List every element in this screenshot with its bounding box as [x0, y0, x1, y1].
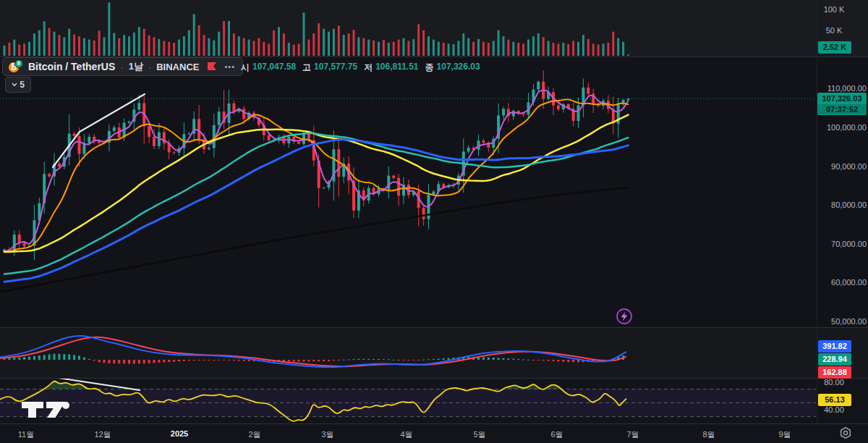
indicators-count: 5 [20, 80, 25, 90]
price-axis-label: 80,000.00 [816, 201, 868, 210]
current-price-value: 107,326.03 [817, 93, 867, 104]
separator-dot: · [120, 62, 123, 72]
symbol-toolbar[interactable]: ₿ ₮ Bitcoin / TetherUS · 1날 · BINANCE ••… [2, 57, 243, 76]
more-options-button[interactable]: ••• [224, 62, 235, 71]
indicators-collapse-button[interactable]: 5 [5, 77, 31, 93]
low-value: 106,811.51 [375, 62, 418, 74]
separator-dot: · [148, 62, 151, 72]
price-axis-label: 90,000.00 [816, 162, 868, 172]
time-axis-label: 5월 [473, 429, 485, 440]
close-value: 107,326.03 [437, 62, 480, 74]
time-axis-label: 11월 [18, 429, 34, 440]
chevron-down-icon [12, 83, 17, 87]
interval-button[interactable]: 1날 [129, 60, 143, 73]
current-price-badge: 107,326.03 07:37:52 [817, 93, 867, 115]
time-axis-label: 12월 [94, 429, 111, 440]
volume-current-badge: 2.52 K [818, 41, 851, 54]
rsi-current-badge: 56.13 [818, 394, 851, 406]
time-axis-label: 6월 [550, 429, 563, 440]
exchange-name: BINANCE [156, 62, 199, 72]
time-axis-label: 4월 [400, 429, 412, 440]
price-axis-label: 100,000.00 [816, 123, 868, 132]
flag-icon[interactable] [207, 62, 218, 72]
tradingview-logo[interactable] [20, 400, 77, 422]
trading-chart-window: ₿ ₮ Bitcoin / TetherUS · 1날 · BINANCE ••… [0, 0, 868, 443]
open-label: 시 [241, 62, 250, 74]
time-axis-label: 7월 [626, 429, 639, 440]
close-label: 종 [425, 62, 434, 74]
price-axis-label: 60,000.00 [816, 278, 868, 287]
time-axis-label: 3월 [321, 429, 333, 440]
volume-axis-label: 50 K [817, 26, 851, 35]
bar-countdown: 07:37:52 [817, 104, 867, 114]
time-axis-label: 2월 [248, 429, 260, 440]
low-label: 저 [364, 62, 373, 74]
rsi-upper-label: 80.00 [817, 378, 851, 387]
macd-axis-badge: 391.82 [818, 340, 851, 353]
time-axis-label: 8월 [702, 429, 715, 440]
macd-axis-badge: 162.88 [818, 366, 851, 379]
tether-icon: ₮ [14, 59, 23, 68]
symbol-name[interactable]: Bitcoin / TetherUS [28, 61, 115, 72]
price-axis-label: 110,000.00 [816, 84, 868, 93]
high-value: 107,577.75 [314, 62, 357, 74]
time-axis-label: 2025 [171, 429, 188, 438]
high-label: 고 [302, 62, 311, 74]
price-axis-label: 50,000.00 [816, 317, 868, 326]
price-axis-label: 70,000.00 [816, 240, 868, 249]
open-value: 107,047.58 [252, 62, 296, 74]
boost-lightning-icon[interactable] [616, 308, 633, 325]
volume-axis-label: 100 K [817, 5, 851, 14]
macd-axis-badge: 228.94 [818, 353, 851, 366]
pair-logo-icon: ₿ ₮ [9, 60, 23, 73]
rsi-lower-label: 40.00 [817, 405, 851, 415]
axis-settings-gear-icon[interactable] [836, 426, 855, 440]
ohlc-readout: 시 107,047.58 고 107,577.75 저 106,811.51 종… [241, 62, 480, 74]
time-axis-label: 9월 [778, 429, 791, 440]
